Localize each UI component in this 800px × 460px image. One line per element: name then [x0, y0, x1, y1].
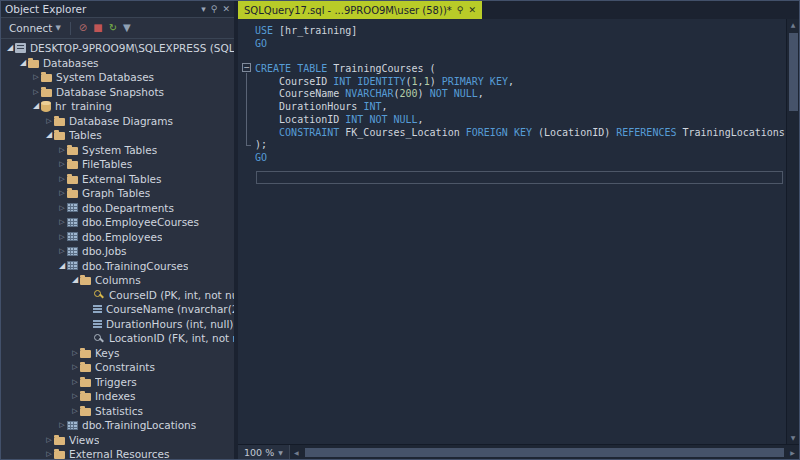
expander-arrow-icon[interactable]: ▷: [57, 232, 67, 242]
tree-item-label: dbo.Employees: [82, 231, 162, 243]
tree-item[interactable]: ▷Database Snapshots: [1, 85, 234, 100]
expander-arrow-icon[interactable]: ▷: [70, 377, 80, 387]
code-line: [255, 50, 785, 63]
expander-arrow-icon[interactable]: ▷: [70, 391, 80, 401]
table-icon: [67, 218, 78, 227]
tree-item[interactable]: ▷Views: [1, 433, 234, 448]
expander-arrow-icon[interactable]: ◢: [44, 130, 54, 140]
tree-item[interactable]: ▷Database Diagrams: [1, 114, 234, 129]
server-icon: [15, 43, 26, 53]
tree-item[interactable]: ◢DESKTOP-9PROO9M\SQLEXPRESS (SQL Server …: [1, 41, 234, 56]
connect-button[interactable]: Connect ▼: [5, 21, 65, 35]
expander-arrow-icon[interactable]: ◢: [18, 58, 28, 68]
tree-item[interactable]: ▷dbo.TrainingLocations: [1, 418, 234, 433]
tree-item[interactable]: ▷External Tables: [1, 172, 234, 187]
folder-icon: [80, 379, 91, 387]
tree-item-label: CourseID (PK, int, not null): [109, 289, 234, 301]
scroll-right-icon[interactable]: ▶: [786, 449, 799, 456]
tree-item[interactable]: LocationID (FK, int, not null): [1, 331, 234, 346]
tree-item[interactable]: ◢Databases: [1, 56, 234, 71]
close-icon[interactable]: ✕: [222, 4, 230, 14]
vertical-scrollbar[interactable]: ▲ ▼: [786, 19, 799, 444]
tree-item[interactable]: ▷Constraints: [1, 360, 234, 375]
folder-icon: [80, 393, 91, 401]
vertical-scrollbar-thumb[interactable]: [789, 33, 798, 111]
expander-arrow-icon[interactable]: ▷: [57, 188, 67, 198]
code-token: PRIMARY KEY: [442, 76, 508, 87]
expander-arrow-icon[interactable]: ▷: [44, 435, 54, 445]
expander-arrow-icon[interactable]: ▷: [31, 87, 41, 97]
expander-arrow-icon[interactable]: ▷: [57, 246, 67, 256]
code-editor-surface[interactable]: − USE [hr_training]GO CREATE TABLE Train…: [238, 19, 799, 444]
tree-item[interactable]: ◢Tables: [1, 128, 234, 143]
fold-margin: −: [238, 19, 255, 444]
expander-arrow-icon[interactable]: ▷: [44, 116, 54, 126]
sql-code: USE [hr_training]GO CREATE TABLE Trainin…: [255, 19, 785, 444]
tree-item-label: Database Diagrams: [69, 115, 173, 127]
scroll-left-icon[interactable]: ◀: [290, 449, 303, 456]
tree-item[interactable]: DurationHours (int, null): [1, 317, 234, 332]
tree-item[interactable]: ◢Columns: [1, 273, 234, 288]
expander-arrow-icon[interactable]: ◢: [5, 43, 15, 53]
tree-item-label: Databases: [43, 57, 99, 69]
code-token: CONSTRAINT: [255, 127, 345, 138]
tree-item[interactable]: ▷System Databases: [1, 70, 234, 85]
close-icon[interactable]: ✕: [468, 5, 476, 15]
tree-item[interactable]: ◢dbo.TrainingCourses: [1, 259, 234, 274]
scroll-down-icon[interactable]: ▼: [787, 432, 799, 444]
expander-arrow-icon[interactable]: ▷: [57, 159, 67, 169]
horizontal-scrollbar-thumb[interactable]: [305, 448, 784, 457]
tree-item[interactable]: ▷FileTables: [1, 157, 234, 172]
tree-item[interactable]: ▷Keys: [1, 346, 234, 361]
expander-arrow-icon[interactable]: ▷: [57, 217, 67, 227]
connect-label: Connect: [9, 22, 52, 34]
tree-item-label: dbo.Departments: [82, 202, 174, 214]
code-token: REFERENCES: [616, 127, 682, 138]
tree-item[interactable]: ▷Indexes: [1, 389, 234, 404]
tree-item-label: Triggers: [95, 376, 137, 388]
expander-arrow-icon[interactable]: ◢: [31, 101, 41, 111]
fold-collapse-icon[interactable]: −: [242, 63, 251, 72]
tree-item[interactable]: ▷dbo.Jobs: [1, 244, 234, 259]
tree-item[interactable]: ▷System Tables: [1, 143, 234, 158]
stop-icon[interactable]: ■: [93, 22, 102, 34]
disconnect-icon[interactable]: ⊘: [79, 22, 87, 34]
tree-item-label: dbo.EmployeeCourses: [82, 216, 199, 228]
tree-item[interactable]: ◢hr_training: [1, 99, 234, 114]
code-token: (LocationID): [538, 127, 616, 138]
zoom-dropdown[interactable]: 100 % ▼: [238, 445, 290, 459]
expander-arrow-icon[interactable]: ▷: [70, 348, 80, 358]
tree-item-label: System Tables: [82, 144, 157, 156]
expander-arrow-icon[interactable]: ◢: [70, 275, 80, 285]
expander-arrow-icon[interactable]: ▷: [70, 406, 80, 416]
expander-arrow-icon[interactable]: ▷: [57, 174, 67, 184]
expander-arrow-icon[interactable]: ▷: [70, 362, 80, 372]
tree-item[interactable]: ▷Statistics: [1, 404, 234, 419]
expander-arrow-icon[interactable]: ▷: [31, 72, 41, 82]
tree-item[interactable]: ▷External Resources: [1, 447, 234, 459]
scroll-up-icon[interactable]: ▲: [787, 19, 799, 31]
tree-item[interactable]: ▷Triggers: [1, 375, 234, 390]
tree-item[interactable]: ▷dbo.Employees: [1, 230, 234, 245]
code-token: ,: [508, 76, 514, 87]
tab-sqlquery17[interactable]: SQLQuery17.sql - ...9PROO9M\user (58))* …: [238, 1, 482, 19]
code-line: CREATE TABLE TrainingCourses (: [255, 63, 785, 76]
tree-item[interactable]: CourseName (nvarchar(200), not null): [1, 302, 234, 317]
code-token: CourseName: [255, 88, 345, 99]
expander-arrow-icon[interactable]: ▷: [57, 203, 67, 213]
tree-item[interactable]: ▷dbo.Departments: [1, 201, 234, 216]
zoom-value: 100 %: [244, 447, 274, 458]
pin-icon[interactable]: ⚲: [457, 5, 464, 15]
tree-item[interactable]: ▷Graph Tables: [1, 186, 234, 201]
pin-icon[interactable]: ⚲: [211, 4, 218, 14]
refresh-icon[interactable]: ↻: [109, 22, 117, 34]
tree-item[interactable]: ▷dbo.EmployeeCourses: [1, 215, 234, 230]
filter-icon[interactable]: ▼: [123, 22, 131, 34]
horizontal-scrollbar[interactable]: ◀ ▶: [290, 445, 799, 459]
tree-item[interactable]: CourseID (PK, int, not null): [1, 288, 234, 303]
expander-arrow-icon[interactable]: ▷: [44, 449, 54, 459]
chevron-down-icon[interactable]: ▾: [201, 4, 206, 14]
expander-arrow-icon[interactable]: ▷: [57, 145, 67, 155]
expander-arrow-icon[interactable]: ◢: [57, 261, 67, 271]
expander-arrow-icon[interactable]: ▷: [57, 420, 67, 430]
